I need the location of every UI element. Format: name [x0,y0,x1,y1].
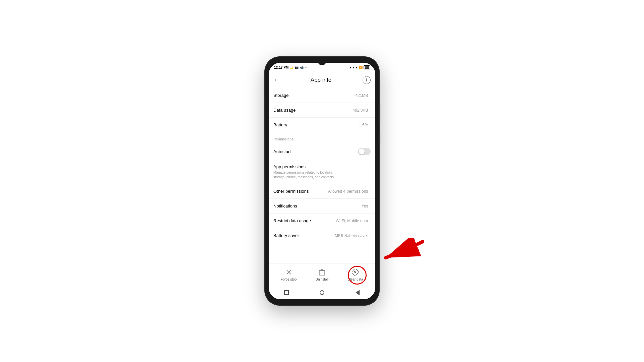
battery-value: 1.6% [359,123,368,127]
app-permissions-title: App permissions [273,164,369,169]
notifications-value-container: Yes › [362,204,371,208]
autostart-toggle[interactable] [358,148,371,155]
battery-saver-value-container: MIUI Battery saver › [335,233,371,238]
moon-icon: 🌙 [290,66,293,69]
storage-chevron: › [369,94,371,98]
other-permissions-row[interactable]: Other permissions Allowed 4 permissions … [269,184,375,199]
autostart-row[interactable]: Autostart [269,143,375,160]
clear-data-label: Clear data [347,278,363,281]
permissions-section-header: Permissions [269,132,375,143]
app-permissions-subtitle: Manage permissions related to location, … [273,170,339,180]
battery-row[interactable]: Battery 1.6% › [269,118,375,132]
force-stop-button[interactable]: Force stop [279,268,299,281]
wifi-icon: 📶 [359,66,363,69]
clear-data-icon [351,268,359,276]
app-permissions-left: App permissions Manage permissions relat… [273,164,369,180]
storage-row[interactable]: Storage 421MB › [269,88,375,103]
battery-saver-value: MIUI Battery saver [335,233,368,238]
other-permissions-value-container: Allowed 4 permissions › [328,189,371,194]
data-usage-label: Data usage [273,108,296,113]
data-usage-value-container: 492.8KB › [353,108,371,113]
app-permissions-chevron: › [369,164,371,168]
restrict-data-usage-chevron: › [369,219,371,223]
data-usage-row[interactable]: Data usage 492.8KB › [269,103,375,118]
nav-circle-icon [320,290,324,295]
info-button[interactable]: ℹ [363,76,371,84]
uninstall-button[interactable]: Uninstall [312,268,332,281]
restrict-data-usage-row[interactable]: Restrict data usage Wi-Fi, Mobile data › [269,214,375,228]
notifications-chevron: › [369,204,371,208]
scene: 12:17 PM 🌙 📷 📹 ··· ▲▲▲ 📶 ▓▓ ← App info ℹ [0,0,644,362]
time-display: 12:17 PM [274,66,288,69]
camera-icon: 📷 [295,66,299,69]
autostart-label: Autostart [273,149,291,154]
nav-bar [269,286,375,299]
restrict-data-usage-value: Wi-Fi, Mobile data [336,219,368,223]
notch [318,63,326,65]
battery-saver-label: Battery saver [273,233,299,238]
dots-icon: ··· [305,66,308,69]
arrow-annotation [376,238,426,266]
phone-shell: 12:17 PM 🌙 📷 📹 ··· ▲▲▲ 📶 ▓▓ ← App info ℹ [265,57,379,305]
data-usage-chevron: › [369,108,371,112]
notifications-value: Yes [362,204,368,208]
uninstall-icon [318,268,326,276]
restrict-data-usage-value-container: Wi-Fi, Mobile data › [336,219,371,223]
screen: 12:17 PM 🌙 📷 📹 ··· ▲▲▲ 📶 ▓▓ ← App info ℹ [269,63,375,299]
clear-data-button[interactable]: Clear data [345,268,365,281]
notifications-row[interactable]: Notifications Yes › [269,199,375,214]
restrict-data-usage-label: Restrict data usage [273,218,311,223]
nav-home-button[interactable] [317,288,327,297]
status-bar-right: ▲▲▲ 📶 ▓▓ [349,65,370,69]
battery-chevron: › [369,123,371,127]
permissions-header-label: Permissions [273,137,293,141]
battery-saver-chevron: › [369,234,371,238]
video-icon: 📹 [300,66,304,69]
page-title: App info [311,77,331,83]
uninstall-label: Uninstall [316,278,328,281]
bottom-action-bar: Force stop Uninstall [269,263,375,286]
status-bar-left: 12:17 PM 🌙 📷 📹 ··· [274,66,308,69]
other-permissions-value: Allowed 4 permissions [328,189,368,194]
nav-square-button[interactable] [282,288,291,297]
other-permissions-label: Other permissions [273,189,309,194]
app-header: ← App info ℹ [269,72,375,88]
battery-saver-row[interactable]: Battery saver MIUI Battery saver › [269,228,375,243]
back-button[interactable]: ← [273,76,279,83]
info-icon: ℹ [366,78,367,82]
data-usage-value: 492.8KB [353,108,368,113]
signal-icon: ▲▲▲ [349,66,358,69]
force-stop-label: Force stop [281,278,297,281]
nav-back-button[interactable] [353,288,362,297]
storage-value-container: 421MB › [355,93,371,98]
nav-triangle-icon [356,290,360,295]
battery-label: Battery [273,122,287,127]
storage-value: 421MB [355,93,368,98]
app-permissions-row[interactable]: App permissions Manage permissions relat… [269,160,375,184]
other-permissions-chevron: › [369,189,371,193]
battery-value-container: 1.6% › [359,123,371,127]
battery-icon: ▓▓ [364,65,370,69]
content-area: Storage 421MB › Data usage 492.8KB › [269,88,375,263]
nav-square-icon [284,290,289,295]
notifications-label: Notifications [273,203,297,208]
storage-label: Storage [273,93,289,98]
force-stop-icon [285,268,293,276]
status-bar: 12:17 PM 🌙 📷 📹 ··· ▲▲▲ 📶 ▓▓ [269,63,375,72]
toggle-knob [359,148,365,155]
